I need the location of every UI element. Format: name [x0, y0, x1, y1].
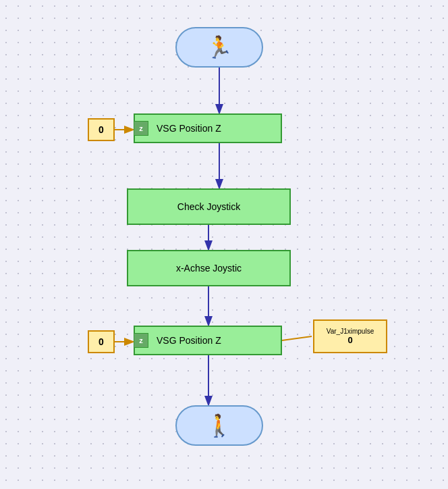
input-value-2: 0 [88, 330, 115, 353]
vsg2-label: VSG Position Z [157, 335, 221, 346]
var-box-line1: Var_J1ximpulse [327, 328, 374, 335]
vsg1-label: VSG Position Z [157, 123, 221, 134]
start-figure-icon: 🏃 [206, 34, 233, 60]
var-box-line2: 0 [347, 335, 352, 345]
var-j1ximpulse-box: Var_J1ximpulse 0 [313, 319, 387, 353]
z-label-1: z [134, 121, 148, 136]
input-value-1: 0 [88, 118, 115, 141]
z-prefix-1: z [139, 124, 143, 132]
end-node: 🚶 [175, 405, 263, 446]
x-achse-node: x-Achse Joystic [127, 250, 291, 286]
vsg-position-z-2: z VSG Position Z [134, 326, 282, 355]
svg-line-7 [282, 336, 312, 340]
input-2-value: 0 [99, 336, 104, 347]
z-prefix-2: z [139, 336, 143, 344]
input-1-value: 0 [99, 124, 104, 135]
z-label-2: z [134, 333, 148, 348]
start-node: 🏃 [175, 27, 263, 68]
x-achse-label: x-Achse Joystic [176, 263, 242, 274]
end-figure-icon: 🚶 [206, 413, 233, 438]
check-joystick-label: Check Joystick [177, 201, 240, 212]
check-joystick-node: Check Joystick [127, 188, 291, 225]
vsg-position-z-1: z VSG Position Z [134, 113, 282, 143]
